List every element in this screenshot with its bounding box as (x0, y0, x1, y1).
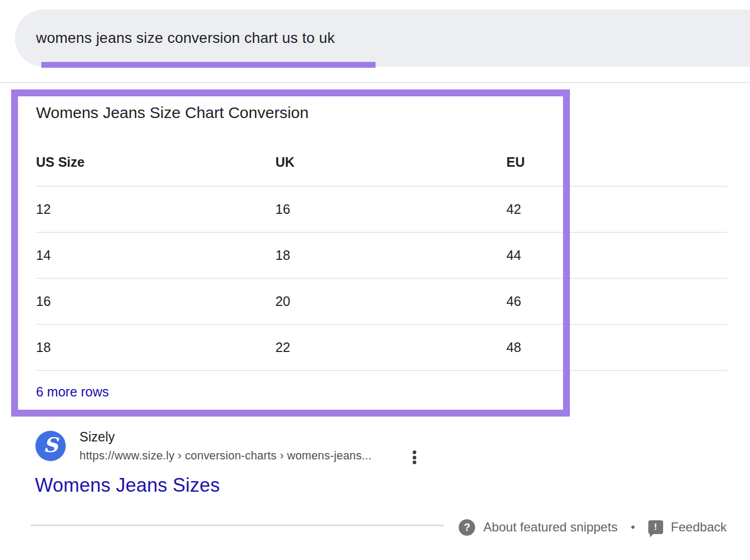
cell-uk: 16 (275, 202, 506, 217)
cell-us: 16 (36, 294, 275, 309)
feedback-link[interactable]: Feedback (671, 520, 727, 535)
more-options-icon[interactable] (410, 450, 418, 465)
about-featured-snippets-link[interactable]: About featured snippets (483, 520, 618, 535)
footer-separator: • (631, 520, 635, 534)
feedback-glyph: ! (654, 522, 657, 532)
snippet-title: Womens Jeans Size Chart Conversion (36, 104, 309, 122)
size-conversion-table: US Size UK EU 12 16 42 14 18 44 16 20 46… (36, 139, 727, 371)
serp-page: womens jeans size conversion chart us to… (0, 0, 750, 560)
cell-us: 18 (36, 340, 275, 355)
search-query-highlight-annotation (41, 62, 376, 68)
cell-eu: 46 (506, 294, 727, 309)
column-header-eu: EU (506, 155, 727, 170)
cell-us: 12 (36, 202, 275, 217)
more-rows-link[interactable]: 6 more rows (36, 384, 109, 400)
column-header-uk: UK (275, 155, 506, 170)
table-row: 12 16 42 (36, 187, 727, 233)
search-bar[interactable]: womens jeans size conversion chart us to… (15, 10, 750, 67)
cell-eu: 48 (506, 340, 727, 355)
snippet-footer: ? About featured snippets • ! Feedback (459, 518, 727, 537)
cell-uk: 22 (275, 340, 506, 355)
cell-uk: 20 (275, 294, 506, 309)
site-name[interactable]: Sizely (79, 429, 115, 445)
search-query-text[interactable]: womens jeans size conversion chart us to… (36, 10, 335, 67)
cell-eu: 42 (506, 202, 727, 217)
column-header-us-size: US Size (36, 155, 275, 170)
table-row: 18 22 48 (36, 325, 727, 371)
feedback-icon[interactable]: ! (648, 520, 663, 534)
cell-uk: 18 (275, 248, 506, 263)
site-url-breadcrumb[interactable]: https://www.size.ly › conversion-charts … (79, 449, 371, 463)
site-favicon[interactable]: S (35, 431, 66, 461)
results-divider (31, 525, 444, 526)
cell-us: 14 (36, 248, 275, 263)
cell-eu: 44 (506, 248, 727, 263)
header-divider (0, 82, 750, 83)
help-icon[interactable]: ? (459, 519, 475, 536)
table-header-row: US Size UK EU (36, 139, 727, 187)
help-glyph: ? (464, 521, 470, 534)
table-row: 14 18 44 (36, 233, 727, 279)
table-row: 16 20 46 (36, 279, 727, 325)
result-title-link[interactable]: Womens Jeans Sizes (35, 474, 220, 496)
favicon-letter-icon: S (43, 433, 58, 457)
